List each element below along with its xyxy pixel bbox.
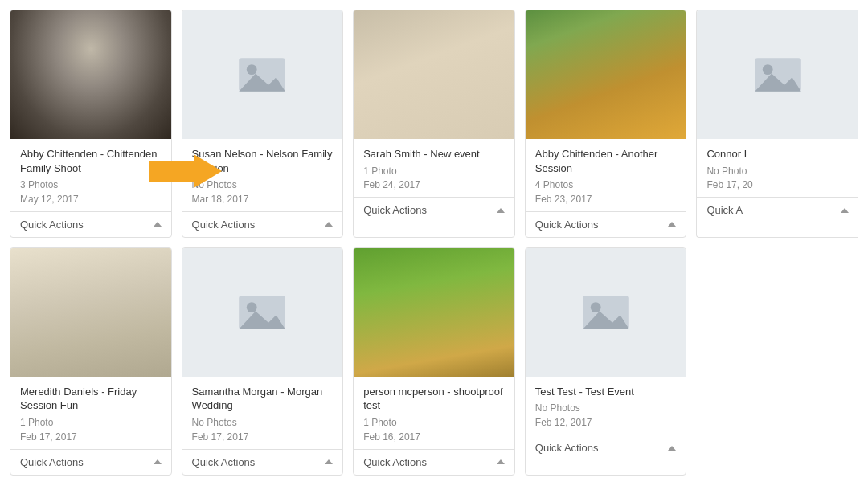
quick-actions-label: Quick Actions xyxy=(363,456,427,468)
card-connor[interactable]: Connor L No Photo Feb 17, 20 Quick A xyxy=(696,10,858,238)
quick-actions-button[interactable]: Quick Actions xyxy=(10,449,171,475)
card-abby-another[interactable]: Abby Chittenden - Another Session 4 Phot… xyxy=(525,10,687,238)
image-placeholder-icon xyxy=(752,55,804,95)
chevron-up-icon xyxy=(497,208,505,213)
quick-actions-label: Quick A xyxy=(706,204,743,216)
quick-actions-label: Quick Actions xyxy=(363,204,427,216)
chevron-up-icon xyxy=(154,459,162,464)
card-body: Connor L No Photo Feb 17, 20 xyxy=(697,139,858,190)
card-photos: 4 Photos xyxy=(535,178,677,192)
svg-point-1 xyxy=(247,64,257,75)
card-sarah-smith[interactable]: Sarah Smith - New event 1 Photo Feb 24, … xyxy=(353,10,515,238)
quick-actions-button[interactable]: Quick Actions xyxy=(526,211,686,237)
quick-actions-label: Quick Actions xyxy=(535,218,599,231)
quick-actions-button[interactable]: Quick Actions xyxy=(354,449,514,475)
card-susan-nelson[interactable]: Susan Nelson - Nelson Family Session No … xyxy=(182,10,344,238)
quick-actions-label: Quick Actions xyxy=(192,456,256,468)
card-image-placeholder xyxy=(526,248,686,377)
card-date: Mar 18, 2017 xyxy=(192,194,334,205)
image-placeholder-icon xyxy=(236,55,288,95)
card-photos: 1 Photo xyxy=(20,416,162,430)
card-date: Feb 17, 2017 xyxy=(20,431,162,443)
card-title: Abby Chittenden - Another Session xyxy=(535,147,677,175)
chevron-up-icon xyxy=(668,446,676,451)
svg-point-4 xyxy=(762,64,772,75)
card-title: Samantha Morgan - Morgan Wedding xyxy=(192,385,334,413)
quick-actions-button[interactable]: Quick A xyxy=(697,197,858,223)
arrow-indicator xyxy=(149,154,222,188)
quick-actions-button[interactable]: Quick Actions xyxy=(526,435,686,460)
card-photos: 1 Photo xyxy=(363,416,505,430)
card-image xyxy=(10,248,171,377)
card-date: Feb 17, 2017 xyxy=(192,431,334,443)
card-body: Samantha Morgan - Morgan Wedding No Phot… xyxy=(182,377,343,443)
card-body: Abby Chittenden - Another Session 4 Phot… xyxy=(526,139,686,205)
card-samantha-morgan[interactable]: Samantha Morgan - Morgan Wedding No Phot… xyxy=(182,247,344,476)
card-person-mcperson[interactable]: person mcperson - shootproof test 1 Phot… xyxy=(353,247,515,476)
svg-point-10 xyxy=(590,302,600,312)
svg-marker-12 xyxy=(149,154,222,188)
card-abby-chittenden[interactable]: Abby Chittenden - Chittenden Family Shoo… xyxy=(10,10,172,238)
card-body: Test Test - Test Event No Photos Feb 12,… xyxy=(526,377,686,428)
quick-actions-button[interactable]: Quick Actions xyxy=(10,211,171,237)
card-grid: Abby Chittenden - Chittenden Family Shoo… xyxy=(0,0,868,485)
card-image-placeholder xyxy=(182,248,343,377)
card-meredith-daniels[interactable]: Meredith Daniels - Friday Session Fun 1 … xyxy=(10,247,172,476)
svg-point-7 xyxy=(247,302,257,312)
card-photos: 1 Photo xyxy=(363,165,505,178)
card-photos: 3 Photos xyxy=(20,178,162,192)
card-title: Connor L xyxy=(706,147,849,161)
card-photos: No Photos xyxy=(535,402,677,415)
card-title: Test Test - Test Event xyxy=(535,385,677,399)
chevron-up-icon xyxy=(154,222,162,227)
quick-actions-button[interactable]: Quick Actions xyxy=(354,197,514,223)
card-body: Sarah Smith - New event 1 Photo Feb 24, … xyxy=(354,139,514,190)
card-date: May 12, 2017 xyxy=(20,194,162,205)
card-image xyxy=(354,248,514,377)
quick-actions-label: Quick Actions xyxy=(20,456,84,468)
card-image xyxy=(526,10,686,139)
quick-actions-button[interactable]: Quick Actions xyxy=(182,211,343,237)
card-date: Feb 23, 2017 xyxy=(535,194,677,205)
card-image-placeholder xyxy=(697,10,858,139)
card-title: person mcperson - shootproof test xyxy=(363,385,505,413)
quick-actions-label: Quick Actions xyxy=(192,218,256,231)
card-title: Sarah Smith - New event xyxy=(363,147,505,161)
card-photos: No Photos xyxy=(192,416,334,430)
card-image xyxy=(354,10,514,139)
card-title: Abby Chittenden - Chittenden Family Shoo… xyxy=(20,147,162,175)
card-date: Feb 24, 2017 xyxy=(363,179,505,190)
chevron-up-icon xyxy=(497,459,505,464)
card-title: Meredith Daniels - Friday Session Fun xyxy=(20,385,162,413)
card-date: Feb 16, 2017 xyxy=(363,431,505,443)
chevron-up-icon xyxy=(325,459,333,464)
card-body: Meredith Daniels - Friday Session Fun 1 … xyxy=(10,377,171,443)
card-test-test[interactable]: Test Test - Test Event No Photos Feb 12,… xyxy=(525,247,687,476)
card-body: person mcperson - shootproof test 1 Phot… xyxy=(354,377,514,443)
card-date: Feb 17, 20 xyxy=(706,179,849,190)
card-date: Feb 12, 2017 xyxy=(535,417,677,428)
card-image-placeholder xyxy=(182,10,343,139)
card-photos: No Photo xyxy=(706,165,849,178)
card-image xyxy=(10,10,171,139)
image-placeholder-icon xyxy=(236,292,288,333)
image-placeholder-icon xyxy=(580,292,632,333)
card-body: Abby Chittenden - Chittenden Family Shoo… xyxy=(10,139,171,205)
quick-actions-label: Quick Actions xyxy=(535,442,599,454)
quick-actions-label: Quick Actions xyxy=(20,218,84,231)
chevron-up-icon xyxy=(325,222,333,227)
chevron-up-icon xyxy=(841,208,849,213)
chevron-up-icon xyxy=(668,222,676,227)
quick-actions-button[interactable]: Quick Actions xyxy=(182,449,343,475)
